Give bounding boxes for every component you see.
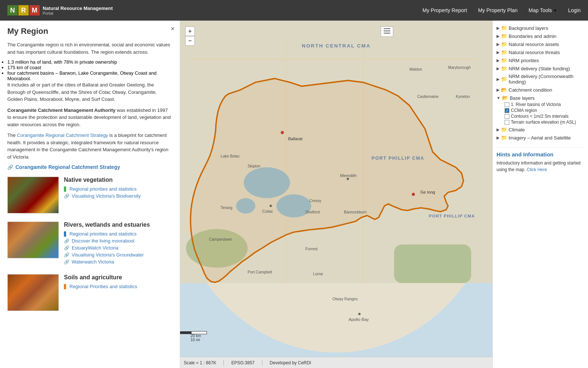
- layer-group-nrm-commonwealth-header[interactable]: ▶ 📁 NRM delivery (Commonwealth funding): [496, 73, 584, 85]
- svg-text:Ballarat: Ballarat: [288, 137, 303, 141]
- base-layer-cb-2[interactable]: ✓: [505, 108, 509, 113]
- layer-toggle-nrm-priorities: ▶: [496, 58, 499, 63]
- hints-text: Introductory information and getting sta…: [496, 160, 584, 173]
- map-area[interactable]: NORTH CENTRAL CMA PORT PHILLIP CMA PORT …: [180, 21, 492, 368]
- layer-name-imagery: Imagery – Aerial and Satellite: [509, 135, 571, 141]
- topic-card-rivers: Rivers, wetlands and estuaries ▋ Regiona…: [7, 222, 172, 266]
- my-property-plan-link[interactable]: My Property Plan: [478, 7, 517, 13]
- soils-regional-link[interactable]: Regional Priorities and statistics: [69, 284, 137, 289]
- svg-text:Ge long: Ge long: [420, 190, 435, 194]
- logo-n: N: [7, 5, 18, 15]
- rivers-regional-link[interactable]: Regional priorities and statistics: [69, 231, 137, 237]
- status-divider-1: [223, 360, 224, 366]
- layer-group-catchment: ▶ 📂 Catchment condition: [496, 86, 584, 93]
- svg-text:Meredith: Meredith: [340, 173, 356, 178]
- rivers-moorabool-link[interactable]: Discover the living moorabool: [72, 238, 135, 244]
- svg-text:10 mi: 10 mi: [191, 338, 200, 342]
- rivers-waterwatch-link[interactable]: Waterwatch Victoria: [72, 259, 114, 265]
- sidebar-strategy-text: The Corangamite Regional Catchment Strat…: [7, 132, 172, 160]
- sidebar-para2: It includes all or part of the cities of…: [7, 81, 172, 103]
- blue-ext-icon-1: 🔗: [64, 194, 69, 199]
- layer-name-base: Base layers: [510, 95, 535, 101]
- topic-title-rivers: Rivers, wetlands and estuaries: [64, 222, 172, 228]
- layer-group-nrm-state: ▶ 📁 NRM delivery (State funding): [496, 65, 584, 72]
- svg-point-14: [347, 178, 349, 180]
- topic-title-native: Native vegetation: [64, 177, 172, 183]
- layer-group-boundaries-header[interactable]: ▶ 📁 Boundaries and admin: [496, 32, 584, 40]
- green-bar-icon: ▋: [64, 187, 67, 192]
- blue-bar-icon: ▋: [64, 231, 67, 237]
- layer-group-climate-header[interactable]: ▶ 📁 Climate: [496, 126, 584, 133]
- layer-toggle-nrm-state: ▶: [496, 66, 499, 71]
- logo-text: Natural Resource Management Portal: [43, 6, 113, 15]
- main-layout: × My Region The Corangamite region is ri…: [0, 21, 588, 368]
- sidebar-close-button[interactable]: ×: [171, 25, 175, 33]
- catchment-strategy-ext-link[interactable]: Corangamite Regional Catchment Strategy: [15, 164, 120, 170]
- native-link-2: 🔗 Visualising Victoria's Biodiversity: [64, 193, 172, 199]
- sidebar-bullet-1: 1.3 million ha of land, with 78% in priv…: [7, 59, 172, 65]
- native-regional-link[interactable]: Regional priorities and statistics: [69, 186, 137, 192]
- svg-text:Maldon: Maldon: [409, 67, 422, 71]
- layer-folder-nrm-state: 📁: [501, 66, 507, 71]
- scale-display: Scale = 1 : 867K: [184, 360, 216, 365]
- layer-folder-open-base: 📂: [502, 95, 508, 101]
- layer-toggle-nrm-commonwealth: ▶: [496, 77, 499, 82]
- topic-content-soils: Soils and agriculture ▋ Regional Priorit…: [64, 274, 172, 291]
- layer-folder-catchment: 📂: [501, 87, 507, 93]
- map-tools-button[interactable]: Map Tools ▼: [528, 7, 557, 13]
- layer-group-imagery: ▶ 📁 Imagery – Aerial and Satellite: [496, 134, 584, 141]
- hints-click-here-link[interactable]: Click Here: [527, 167, 547, 172]
- logo-org: Natural Resource Management: [43, 6, 113, 11]
- layer-folder-nrm-commonwealth: 📁: [501, 76, 507, 82]
- layer-folder-threats: 📁: [501, 49, 507, 55]
- svg-point-15: [270, 205, 272, 207]
- topic-title-soils: Soils and agriculture: [64, 274, 172, 281]
- layer-group-imagery-header[interactable]: ▶ 📁 Imagery – Aerial and Satellite: [496, 134, 584, 141]
- logo-r: R: [18, 5, 29, 15]
- svg-point-13: [412, 193, 415, 196]
- svg-text:Maryborough: Maryborough: [448, 66, 471, 70]
- base-layer-label-4: Terrain surface elevation (m ASL): [511, 120, 576, 125]
- hints-section: Hints and Information Introductory infor…: [496, 147, 584, 173]
- soils-link-1: ▋ Regional Priorities and statistics: [64, 284, 172, 289]
- ext-link-wrap: 🔗 Corangamite Regional Catchment Strateg…: [7, 164, 172, 170]
- blue-ext-icon-5: 🔗: [64, 259, 69, 265]
- svg-text:Castlemaine: Castlemaine: [417, 95, 438, 99]
- layer-toggle-climate: ▶: [496, 127, 499, 132]
- svg-text:Kyneton: Kyneton: [456, 95, 470, 99]
- layer-group-nrm-priorities-header[interactable]: ▶ 📁 NRM priorities: [496, 57, 584, 64]
- layer-toggle-catchment: ▶: [496, 88, 499, 92]
- layer-name-threats: Natural resource threats: [509, 50, 560, 55]
- layer-group-catchment-header[interactable]: ▶ 📂 Catchment condition: [496, 86, 584, 93]
- layer-name-nrm-priorities: NRM priorities: [509, 58, 539, 63]
- blue-ext-icon-3: 🔗: [64, 245, 69, 251]
- strategy-link[interactable]: Corangamite Regional Catchment Strategy: [17, 132, 108, 138]
- base-layer-cb-1[interactable]: [505, 102, 509, 107]
- zoom-out-button[interactable]: −: [185, 36, 195, 46]
- layer-group-threats-header[interactable]: ▶ 📁 Natural resource threats: [496, 49, 584, 56]
- layer-group-nrm-state-header[interactable]: ▶ 📁 NRM delivery (State funding): [496, 65, 584, 72]
- native-biodiversity-link[interactable]: Visualising Victoria's Biodiversity: [72, 193, 141, 199]
- layers-toggle-button[interactable]: [381, 26, 393, 37]
- base-layer-cb-4[interactable]: [505, 120, 509, 125]
- layer-group-threats: ▶ 📁 Natural resource threats: [496, 49, 584, 56]
- epsg-display: EPSG:3857: [231, 360, 254, 365]
- zoom-in-button[interactable]: +: [185, 26, 195, 36]
- authority-bold: Corangamite Catchment Management Authori…: [7, 107, 115, 113]
- layer-name-nrm-state: NRM delivery (State funding): [509, 66, 570, 71]
- layer-group-base-header[interactable]: ▼ 📂 Base layers: [496, 94, 584, 102]
- login-link[interactable]: Login: [568, 7, 581, 13]
- layer-folder-boundaries: 📁: [501, 33, 507, 39]
- base-layer-cb-3[interactable]: [505, 114, 509, 119]
- layer-folder-assets: 📁: [501, 41, 507, 47]
- layer-group-nrm-priorities: ▶ 📁 NRM priorities: [496, 57, 584, 64]
- layer-group-background-header[interactable]: ▶ 📁 Background layers: [496, 24, 584, 32]
- layer-group-assets-header[interactable]: ▶ 📁 Natural resource assets: [496, 40, 584, 48]
- svg-text:Terang: Terang: [220, 206, 232, 210]
- my-property-report-link[interactable]: My Property Report: [423, 7, 467, 13]
- rivers-estuary-link[interactable]: EstuaryWatch Victoria: [72, 245, 118, 251]
- layer-group-climate: ▶ 📁 Climate: [496, 126, 584, 133]
- svg-text:Colac: Colac: [262, 209, 273, 213]
- zoom-controls: + −: [185, 26, 195, 46]
- rivers-groundwater-link[interactable]: Visualising Victoria's Groundwater: [72, 252, 144, 258]
